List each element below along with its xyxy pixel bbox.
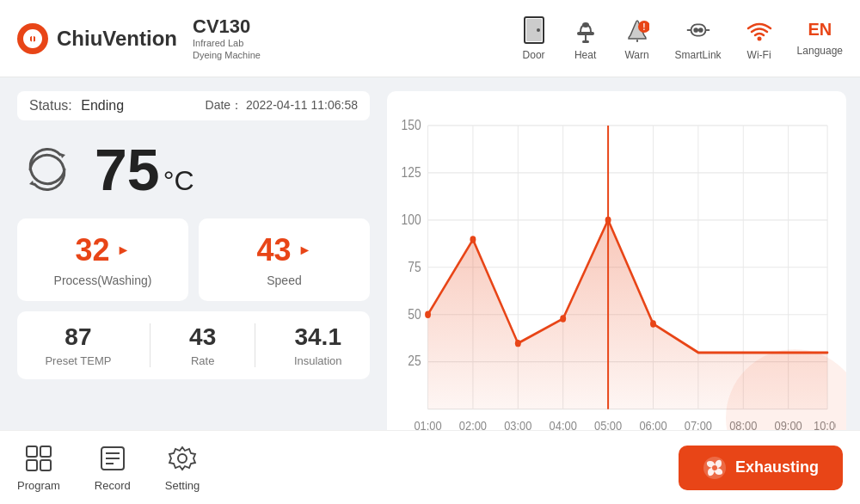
temperature-display: 75 °C: [17, 131, 370, 208]
program-label: Program: [17, 479, 60, 492]
rate-stat: 43 Rate: [189, 323, 216, 367]
status-bar: Status: Ending Date： 2022-04-11 11:06:58: [17, 91, 370, 120]
nav-item-warn[interactable]: ! Warn: [624, 16, 651, 61]
speed-card[interactable]: 43 ► Speed: [199, 218, 370, 301]
program-icon: [23, 443, 54, 474]
brand-name: ChiuVention: [57, 27, 177, 51]
speed-arrow-icon[interactable]: ►: [298, 243, 312, 258]
toolbar-record[interactable]: Record: [95, 443, 131, 492]
temperature-value: 75: [95, 140, 160, 199]
svg-point-7: [582, 22, 589, 28]
svg-text:50: 50: [408, 305, 421, 322]
svg-point-59: [650, 320, 656, 327]
svg-rect-4: [577, 32, 594, 35]
nav-item-smartlink[interactable]: SmartLink: [675, 16, 722, 61]
insulation-stat: 34.1 Insulation: [294, 323, 342, 367]
rotation-icon: [17, 139, 77, 200]
setting-label: Setting: [165, 479, 200, 492]
svg-text:125: 125: [402, 163, 421, 180]
model-subtitle: Infrared Lab Dyeing Machine: [193, 38, 261, 60]
language-label: Language: [797, 45, 843, 57]
process-card-top: 32 ►: [76, 232, 131, 268]
temperature-unit: °C: [163, 165, 194, 197]
logo-area: ChiuVention CV130 Infrared Lab Dyeing Ma…: [17, 15, 520, 60]
record-icon: [97, 443, 128, 474]
svg-rect-62: [27, 460, 37, 470]
warn-label: Warn: [624, 49, 648, 61]
brand-logo-icon: [17, 23, 48, 54]
door-label: Door: [523, 49, 545, 61]
stat-divider-2: [255, 323, 255, 367]
heat-label: Heat: [574, 49, 596, 61]
insulation-value: 34.1: [294, 323, 341, 351]
toolbar-program[interactable]: Program: [17, 443, 60, 492]
stat-divider-1: [150, 323, 150, 367]
preset-temp-label: Preset TEMP: [45, 354, 111, 367]
nav-icons: Door Heat !: [520, 16, 843, 61]
svg-rect-10: [636, 40, 638, 42]
setting-icon: [167, 443, 198, 474]
rate-value: 43: [189, 323, 216, 351]
language-badge: EN: [808, 20, 832, 40]
smartlink-icon: [685, 16, 712, 44]
door-icon: [520, 16, 548, 44]
exhaust-button[interactable]: Exhausting: [679, 446, 843, 490]
preset-temp-value: 87: [64, 323, 91, 351]
svg-text:100: 100: [402, 211, 421, 227]
insulation-label: Insulation: [294, 354, 342, 367]
process-label: Process(Washing): [54, 274, 152, 287]
process-arrow-icon[interactable]: ►: [117, 243, 131, 258]
date-value: 2022-04-11 11:06:58: [246, 98, 358, 112]
cards-row: 32 ► Process(Washing) 43 ► Speed: [17, 218, 370, 301]
status-value: Ending: [81, 98, 124, 113]
status-label: Status:: [29, 98, 72, 113]
svg-point-3: [537, 28, 540, 32]
exhaust-label: Exhausting: [735, 458, 819, 476]
preset-temp-stat: 87 Preset TEMP: [45, 323, 111, 367]
smartlink-label: SmartLink: [675, 49, 722, 61]
svg-rect-61: [40, 446, 51, 457]
svg-point-56: [515, 340, 521, 347]
nav-item-language[interactable]: EN Language: [797, 20, 843, 57]
svg-point-70: [712, 465, 717, 470]
app-header: ChiuVention CV130 Infrared Lab Dyeing Ma…: [0, 0, 860, 77]
warn-icon: !: [624, 16, 651, 44]
exhaust-fan-icon: [703, 456, 727, 480]
temp-value-display: 75 °C: [95, 140, 194, 199]
heat-icon: [572, 16, 599, 44]
process-number: 32: [76, 232, 110, 268]
record-label: Record: [95, 479, 131, 492]
speed-number: 43: [257, 232, 292, 268]
svg-point-16: [757, 36, 761, 40]
svg-text:!: !: [642, 22, 645, 32]
svg-rect-63: [40, 460, 51, 470]
toolbar-items: Program Record Setting: [17, 443, 679, 492]
process-card[interactable]: 32 ► Process(Washing): [17, 218, 188, 301]
wifi-icon: [746, 16, 773, 44]
model-area: CV130 Infrared Lab Dyeing Machine: [193, 15, 261, 60]
svg-text:150: 150: [402, 116, 421, 132]
stats-row: 87 Preset TEMP 43 Rate 34.1 Insulation: [17, 311, 370, 379]
svg-point-68: [178, 454, 187, 463]
nav-item-heat[interactable]: Heat: [572, 16, 599, 61]
svg-point-58: [605, 217, 611, 224]
svg-rect-60: [27, 446, 37, 457]
rate-label: Rate: [191, 354, 214, 367]
svg-text:75: 75: [408, 258, 421, 274]
wifi-label: Wi-Fi: [747, 49, 771, 61]
toolbar: Program Record Setting: [0, 430, 860, 504]
svg-point-55: [470, 236, 476, 243]
nav-item-door[interactable]: Door: [520, 16, 548, 61]
nav-item-wifi[interactable]: Wi-Fi: [746, 16, 773, 61]
date-display: Date： 2022-04-11 11:06:58: [206, 98, 358, 114]
svg-point-54: [425, 311, 431, 318]
toolbar-setting[interactable]: Setting: [165, 443, 200, 492]
svg-point-57: [560, 315, 566, 322]
svg-rect-6: [582, 40, 589, 43]
speed-label: Speed: [267, 274, 301, 287]
speed-card-top: 43 ►: [257, 232, 312, 268]
model-number: CV130: [193, 15, 261, 38]
svg-text:25: 25: [408, 353, 421, 369]
status-info: Status: Ending: [29, 98, 124, 114]
